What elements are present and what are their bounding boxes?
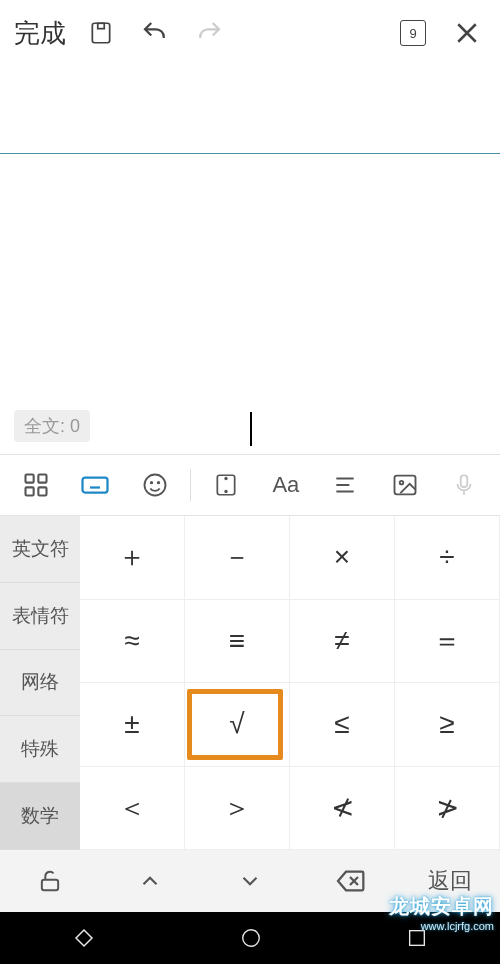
close-icon[interactable]	[442, 8, 492, 58]
fullscreen-icon[interactable]	[202, 461, 250, 509]
title-input[interactable]	[0, 66, 500, 154]
nav-back-icon[interactable]	[72, 926, 96, 950]
nav-home-icon[interactable]	[240, 927, 262, 949]
symbol-grid: ＋ － × ÷ ≈ ≡ ≠ ＝ ± √ ≤ ≥ ＜ ＞ ≮ ≯	[80, 516, 500, 850]
emoji-icon[interactable]	[131, 461, 179, 509]
svg-rect-5	[38, 487, 46, 495]
svg-rect-4	[25, 487, 33, 495]
image-icon[interactable]	[381, 461, 429, 509]
top-toolbar: 完成 9	[0, 0, 500, 66]
word-count-badge: 全文: 0	[14, 410, 90, 442]
symbol-key[interactable]: ＜	[80, 767, 185, 851]
symbol-key[interactable]: ≡	[185, 600, 290, 684]
svg-point-11	[226, 478, 228, 480]
apps-icon[interactable]	[12, 461, 60, 509]
svg-rect-16	[42, 880, 58, 891]
category-special[interactable]: 特殊	[0, 716, 80, 783]
symbol-key[interactable]: ≯	[395, 767, 500, 851]
done-button[interactable]: 完成	[8, 16, 72, 51]
svg-point-12	[226, 491, 228, 493]
category-column: 英文符 表情符 网络 特殊 数学	[0, 516, 80, 850]
symbol-key[interactable]: ≤	[290, 683, 395, 767]
symbol-key[interactable]: ÷	[395, 516, 500, 600]
symbol-key[interactable]: ≥	[395, 683, 500, 767]
category-network[interactable]: 网络	[0, 650, 80, 717]
format-toolbar: Aa	[0, 454, 500, 516]
svg-point-9	[157, 482, 158, 483]
redo-icon	[184, 8, 234, 58]
category-math[interactable]: 数学	[0, 783, 80, 850]
undo-icon[interactable]	[130, 8, 180, 58]
category-emoji[interactable]: 表情符	[0, 583, 80, 650]
watermark-title: 龙城安卓网	[389, 893, 494, 920]
back-button[interactable]: 返回	[400, 866, 500, 896]
category-english[interactable]: 英文符	[0, 516, 80, 583]
note-body[interactable]: 全文: 0	[0, 154, 500, 454]
symbol-key[interactable]: ×	[290, 516, 395, 600]
watermark-url: www.lcjrfg.com	[389, 920, 494, 932]
svg-point-17	[243, 930, 260, 947]
lock-icon[interactable]	[0, 867, 100, 895]
save-icon[interactable]	[76, 8, 126, 58]
mic-icon[interactable]	[440, 461, 488, 509]
svg-point-14	[400, 481, 404, 485]
backspace-icon[interactable]	[300, 865, 400, 897]
svg-point-8	[150, 482, 151, 483]
svg-rect-13	[394, 476, 415, 495]
symbol-key[interactable]: ≮	[290, 767, 395, 851]
svg-rect-2	[25, 475, 33, 483]
svg-rect-0	[92, 23, 109, 43]
symbol-key[interactable]: ≈	[80, 600, 185, 684]
symbol-key-sqrt[interactable]: √	[185, 683, 290, 767]
text-cursor	[250, 412, 252, 446]
svg-rect-3	[38, 475, 46, 483]
keyboard-icon[interactable]	[71, 461, 119, 509]
symbol-key[interactable]: ＞	[185, 767, 290, 851]
align-icon[interactable]	[321, 461, 369, 509]
chevron-down-icon[interactable]	[200, 868, 300, 894]
font-icon[interactable]: Aa	[262, 461, 310, 509]
chevron-up-icon[interactable]	[100, 868, 200, 894]
symbol-key[interactable]: ＋	[80, 516, 185, 600]
svg-point-7	[144, 475, 165, 496]
symbol-key[interactable]: －	[185, 516, 290, 600]
symbol-key[interactable]: ＝	[395, 600, 500, 684]
symbol-key[interactable]: ≠	[290, 600, 395, 684]
page-indicator[interactable]: 9	[388, 8, 438, 58]
svg-rect-18	[410, 931, 425, 946]
svg-rect-15	[461, 475, 468, 487]
svg-rect-6	[83, 478, 108, 493]
watermark: 龙城安卓网 www.lcjrfg.com	[389, 893, 494, 932]
svg-rect-1	[98, 23, 105, 28]
divider	[190, 469, 191, 501]
symbol-keyboard: 英文符 表情符 网络 特殊 数学 ＋ － × ÷ ≈ ≡ ≠ ＝ ± √ ≤ ≥…	[0, 516, 500, 850]
symbol-key[interactable]: ±	[80, 683, 185, 767]
